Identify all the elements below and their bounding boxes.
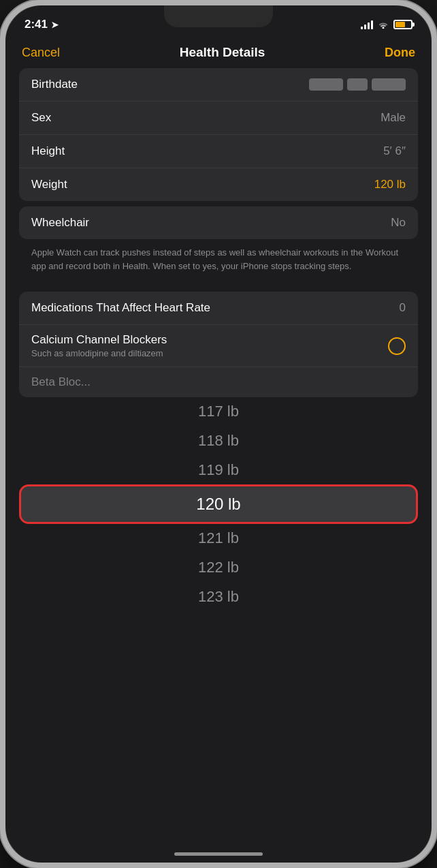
status-time: 2:41 ➤ bbox=[25, 18, 59, 31]
picker-items-below: 121 lb 122 lb 123 lb bbox=[5, 524, 432, 611]
calcium-channel-blockers-row[interactable]: Calcium Channel Blockers Such as amlodip… bbox=[19, 325, 418, 367]
wheelchair-section: Wheelchair No Apple Watch can track push… bbox=[19, 206, 418, 282]
height-value: 5′ 6″ bbox=[383, 144, 406, 158]
wheelchair-value: No bbox=[391, 216, 406, 230]
beta-title: Beta Bloc... bbox=[31, 375, 406, 389]
wheelchair-label: Wheelchair bbox=[31, 216, 89, 230]
picker-item-121: 121 lb bbox=[5, 524, 432, 553]
height-row[interactable]: Height 5′ 6″ bbox=[19, 135, 418, 168]
medications-count: 0 bbox=[400, 301, 406, 315]
personal-info-section: Birthdate Sex Male Height 5′ 6″ Wei bbox=[19, 68, 418, 201]
picker-item-123: 123 lb bbox=[5, 583, 432, 612]
phone-frame: 2:41 ➤ bbox=[0, 0, 437, 868]
battery-icon bbox=[393, 20, 412, 29]
status-icons bbox=[361, 19, 412, 31]
content-area: Birthdate Sex Male Height 5′ 6″ Wei bbox=[5, 68, 432, 612]
picker-items-above: 117 lb 118 lb 119 lb bbox=[5, 397, 432, 484]
birthdate-row[interactable]: Birthdate bbox=[19, 68, 418, 102]
sex-label: Sex bbox=[31, 111, 51, 125]
medications-label: Medications That Affect Heart Rate bbox=[31, 301, 210, 315]
done-button[interactable]: Done bbox=[385, 46, 415, 60]
calcium-toggle[interactable] bbox=[388, 337, 406, 355]
picker-selected-value: 120 lb bbox=[196, 495, 240, 513]
birthdate-label: Birthdate bbox=[31, 78, 78, 91]
wheelchair-description: Apple Watch can track pushes instead of … bbox=[19, 239, 418, 282]
calcium-subtitle: Such as amlodipine and diltiazem bbox=[31, 348, 388, 358]
picker-item-118: 118 lb bbox=[5, 427, 432, 456]
location-icon: ➤ bbox=[51, 20, 59, 30]
height-label: Height bbox=[31, 144, 65, 158]
weight-picker[interactable]: 117 lb 118 lb 119 lb 120 lb 121 lb 122 l… bbox=[5, 397, 432, 612]
picker-selected-border: 120 lb bbox=[19, 484, 418, 524]
beta-blockers-row[interactable]: Beta Bloc... bbox=[19, 367, 418, 397]
medications-header-row[interactable]: Medications That Affect Heart Rate 0 bbox=[19, 292, 418, 325]
picker-item-119: 119 lb bbox=[5, 456, 432, 485]
home-indicator bbox=[174, 852, 263, 856]
wheelchair-row[interactable]: Wheelchair No bbox=[19, 206, 418, 239]
picker-selected[interactable]: 120 lb bbox=[19, 484, 418, 524]
medications-section: Medications That Affect Heart Rate 0 Cal… bbox=[19, 292, 418, 397]
picker-item-122: 122 lb bbox=[5, 553, 432, 583]
birthdate-value bbox=[309, 78, 406, 91]
page-title: Health Details bbox=[180, 45, 265, 60]
wifi-icon bbox=[377, 19, 389, 31]
weight-label: Weight bbox=[31, 178, 67, 191]
phone-screen: 2:41 ➤ bbox=[5, 5, 432, 863]
notch bbox=[164, 5, 273, 27]
battery-fill bbox=[395, 22, 405, 27]
calcium-title: Calcium Channel Blockers bbox=[31, 333, 388, 347]
nav-bar: Cancel Health Details Done bbox=[5, 40, 432, 68]
sex-value: Male bbox=[381, 111, 406, 125]
signal-icon bbox=[361, 20, 373, 29]
cancel-button[interactable]: Cancel bbox=[22, 46, 60, 60]
calcium-content: Calcium Channel Blockers Such as amlodip… bbox=[31, 333, 388, 358]
picker-item-117: 117 lb bbox=[5, 397, 432, 427]
sex-row[interactable]: Sex Male bbox=[19, 102, 418, 135]
weight-value: 120 lb bbox=[374, 178, 406, 191]
time-display: 2:41 bbox=[25, 18, 48, 31]
weight-row[interactable]: Weight 120 lb bbox=[19, 168, 418, 201]
